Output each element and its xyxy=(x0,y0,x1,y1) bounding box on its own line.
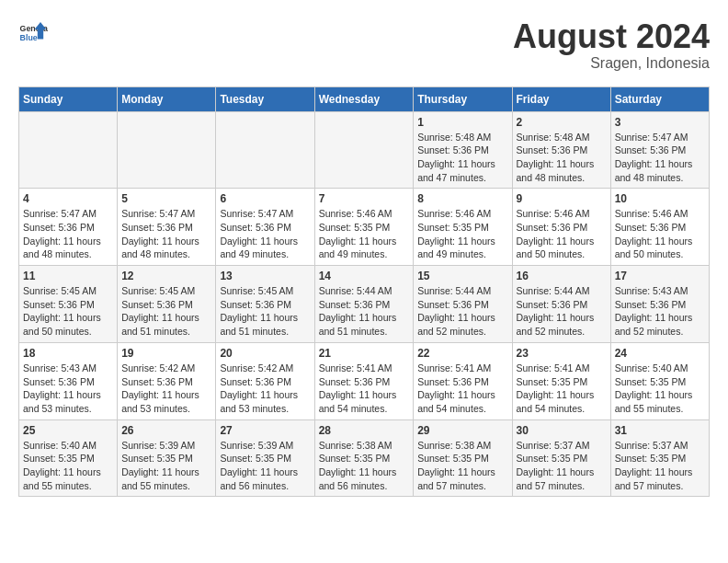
day-number: 24 xyxy=(615,347,705,360)
day-number: 10 xyxy=(615,192,705,205)
calendar-cell: 19Sunrise: 5:42 AM Sunset: 5:36 PM Dayli… xyxy=(118,342,216,419)
calendar-cell: 3Sunrise: 5:47 AM Sunset: 5:36 PM Daylig… xyxy=(610,111,709,189)
day-info: Sunrise: 5:48 AM Sunset: 5:36 PM Dayligh… xyxy=(417,131,507,185)
day-info: Sunrise: 5:48 AM Sunset: 5:36 PM Dayligh… xyxy=(517,131,607,185)
day-info: Sunrise: 5:41 AM Sunset: 5:36 PM Dayligh… xyxy=(319,362,410,416)
day-number: 5 xyxy=(121,192,211,205)
day-number: 12 xyxy=(121,270,211,282)
header-saturday: Saturday xyxy=(610,86,709,111)
day-info: Sunrise: 5:43 AM Sunset: 5:36 PM Dayligh… xyxy=(23,362,113,416)
calendar-cell xyxy=(216,111,314,189)
calendar-cell: 22Sunrise: 5:41 AM Sunset: 5:36 PM Dayli… xyxy=(414,342,512,419)
calendar-cell: 2Sunrise: 5:48 AM Sunset: 5:36 PM Daylig… xyxy=(512,111,610,189)
calendar-cell: 7Sunrise: 5:46 AM Sunset: 5:35 PM Daylig… xyxy=(314,189,414,266)
day-info: Sunrise: 5:40 AM Sunset: 5:35 PM Dayligh… xyxy=(615,362,705,416)
header-friday: Friday xyxy=(512,86,610,111)
week-row-3: 11Sunrise: 5:45 AM Sunset: 5:36 PM Dayli… xyxy=(19,266,710,343)
calendar-cell: 14Sunrise: 5:44 AM Sunset: 5:36 PM Dayli… xyxy=(314,266,414,343)
day-info: Sunrise: 5:46 AM Sunset: 5:36 PM Dayligh… xyxy=(517,207,607,261)
svg-text:Blue: Blue xyxy=(20,33,38,42)
day-number: 9 xyxy=(517,192,607,205)
calendar-table: SundayMondayTuesdayWednesdayThursdayFrid… xyxy=(18,86,710,498)
day-number: 3 xyxy=(615,116,705,129)
days-of-week-row: SundayMondayTuesdayWednesdayThursdayFrid… xyxy=(19,86,710,111)
day-number: 16 xyxy=(517,270,607,282)
day-info: Sunrise: 5:37 AM Sunset: 5:35 PM Dayligh… xyxy=(615,439,705,493)
logo: General Blue xyxy=(18,18,48,48)
day-info: Sunrise: 5:41 AM Sunset: 5:35 PM Dayligh… xyxy=(517,362,607,416)
week-row-5: 25Sunrise: 5:40 AM Sunset: 5:35 PM Dayli… xyxy=(19,419,710,497)
calendar-cell: 10Sunrise: 5:46 AM Sunset: 5:36 PM Dayli… xyxy=(610,189,709,266)
calendar-cell: 23Sunrise: 5:41 AM Sunset: 5:35 PM Dayli… xyxy=(512,342,610,419)
calendar-cell: 28Sunrise: 5:38 AM Sunset: 5:35 PM Dayli… xyxy=(314,419,414,497)
calendar-cell xyxy=(118,111,216,189)
calendar-cell: 30Sunrise: 5:37 AM Sunset: 5:35 PM Dayli… xyxy=(512,419,610,497)
header-wednesday: Wednesday xyxy=(314,86,414,111)
page-header: General Blue August 2024 Sragen, Indones… xyxy=(18,18,710,72)
week-row-2: 4Sunrise: 5:47 AM Sunset: 5:36 PM Daylig… xyxy=(19,189,710,266)
day-number: 30 xyxy=(517,424,607,437)
calendar-cell: 1Sunrise: 5:48 AM Sunset: 5:36 PM Daylig… xyxy=(414,111,512,189)
day-number: 1 xyxy=(417,116,507,129)
day-number: 8 xyxy=(417,192,507,205)
calendar-cell: 25Sunrise: 5:40 AM Sunset: 5:35 PM Dayli… xyxy=(19,419,118,497)
day-number: 13 xyxy=(220,270,310,282)
day-info: Sunrise: 5:43 AM Sunset: 5:36 PM Dayligh… xyxy=(615,284,705,339)
location-subtitle: Sragen, Indonesia xyxy=(513,55,710,72)
header-sunday: Sunday xyxy=(19,86,118,111)
day-number: 6 xyxy=(220,192,310,205)
calendar-cell: 15Sunrise: 5:44 AM Sunset: 5:36 PM Dayli… xyxy=(414,266,512,343)
calendar-cell: 17Sunrise: 5:43 AM Sunset: 5:36 PM Dayli… xyxy=(610,266,709,343)
calendar-cell: 4Sunrise: 5:47 AM Sunset: 5:36 PM Daylig… xyxy=(19,189,118,266)
header-thursday: Thursday xyxy=(414,86,512,111)
day-number: 19 xyxy=(121,347,211,360)
header-tuesday: Tuesday xyxy=(216,86,314,111)
day-info: Sunrise: 5:38 AM Sunset: 5:35 PM Dayligh… xyxy=(319,439,410,493)
day-number: 20 xyxy=(220,347,310,360)
day-info: Sunrise: 5:46 AM Sunset: 5:35 PM Dayligh… xyxy=(319,207,410,261)
day-number: 23 xyxy=(517,347,607,360)
calendar-cell: 13Sunrise: 5:45 AM Sunset: 5:36 PM Dayli… xyxy=(216,266,314,343)
calendar-cell: 11Sunrise: 5:45 AM Sunset: 5:36 PM Dayli… xyxy=(19,266,118,343)
calendar-cell: 24Sunrise: 5:40 AM Sunset: 5:35 PM Dayli… xyxy=(610,342,709,419)
day-number: 26 xyxy=(121,424,211,437)
calendar-cell: 16Sunrise: 5:44 AM Sunset: 5:36 PM Dayli… xyxy=(512,266,610,343)
calendar-cell: 9Sunrise: 5:46 AM Sunset: 5:36 PM Daylig… xyxy=(512,189,610,266)
day-info: Sunrise: 5:38 AM Sunset: 5:35 PM Dayligh… xyxy=(417,439,507,493)
day-number: 15 xyxy=(417,270,507,282)
day-info: Sunrise: 5:47 AM Sunset: 5:36 PM Dayligh… xyxy=(23,207,113,261)
day-number: 27 xyxy=(220,424,310,437)
day-number: 4 xyxy=(23,192,113,205)
day-info: Sunrise: 5:47 AM Sunset: 5:36 PM Dayligh… xyxy=(220,207,310,261)
day-number: 11 xyxy=(23,270,113,282)
day-info: Sunrise: 5:44 AM Sunset: 5:36 PM Dayligh… xyxy=(417,284,507,339)
day-number: 31 xyxy=(615,424,705,437)
day-number: 14 xyxy=(319,270,410,282)
day-info: Sunrise: 5:40 AM Sunset: 5:35 PM Dayligh… xyxy=(23,439,113,493)
day-info: Sunrise: 5:42 AM Sunset: 5:36 PM Dayligh… xyxy=(121,362,211,416)
day-info: Sunrise: 5:45 AM Sunset: 5:36 PM Dayligh… xyxy=(23,284,113,339)
calendar-cell: 5Sunrise: 5:47 AM Sunset: 5:36 PM Daylig… xyxy=(118,189,216,266)
calendar-cell: 21Sunrise: 5:41 AM Sunset: 5:36 PM Dayli… xyxy=(314,342,414,419)
calendar-header: SundayMondayTuesdayWednesdayThursdayFrid… xyxy=(19,86,710,111)
calendar-cell: 29Sunrise: 5:38 AM Sunset: 5:35 PM Dayli… xyxy=(414,419,512,497)
day-info: Sunrise: 5:41 AM Sunset: 5:36 PM Dayligh… xyxy=(417,362,507,416)
day-number: 2 xyxy=(517,116,607,129)
logo-icon: General Blue xyxy=(18,18,48,48)
day-number: 7 xyxy=(319,192,410,205)
day-number: 17 xyxy=(615,270,705,282)
day-number: 21 xyxy=(319,347,410,360)
day-info: Sunrise: 5:46 AM Sunset: 5:36 PM Dayligh… xyxy=(615,207,705,261)
title-block: August 2024 Sragen, Indonesia xyxy=(513,18,710,72)
day-number: 28 xyxy=(319,424,410,437)
calendar-cell xyxy=(19,111,118,189)
calendar-body: 1Sunrise: 5:48 AM Sunset: 5:36 PM Daylig… xyxy=(19,111,710,497)
calendar-cell: 6Sunrise: 5:47 AM Sunset: 5:36 PM Daylig… xyxy=(216,189,314,266)
week-row-1: 1Sunrise: 5:48 AM Sunset: 5:36 PM Daylig… xyxy=(19,111,710,189)
calendar-cell xyxy=(314,111,414,189)
day-info: Sunrise: 5:39 AM Sunset: 5:35 PM Dayligh… xyxy=(220,439,310,493)
day-number: 18 xyxy=(23,347,113,360)
calendar-cell: 18Sunrise: 5:43 AM Sunset: 5:36 PM Dayli… xyxy=(19,342,118,419)
day-info: Sunrise: 5:46 AM Sunset: 5:35 PM Dayligh… xyxy=(417,207,507,261)
day-info: Sunrise: 5:47 AM Sunset: 5:36 PM Dayligh… xyxy=(121,207,211,261)
